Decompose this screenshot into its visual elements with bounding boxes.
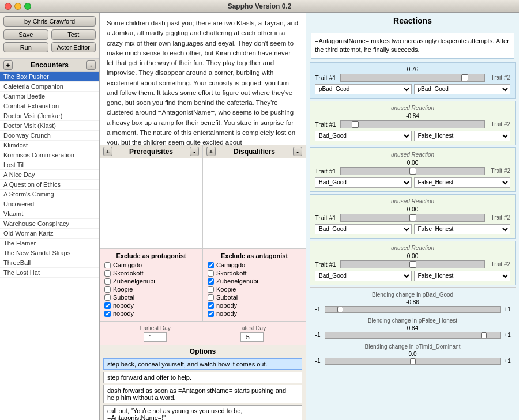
exclude-antagonist-checkbox[interactable]: [208, 270, 214, 277]
trait2-select[interactable]: False_Honest: [414, 177, 511, 188]
encounter-item[interactable]: Klimdost: [0, 141, 99, 150]
encounter-item[interactable]: Warehouse Conspiracy: [0, 219, 99, 229]
trait2-select[interactable]: False_Honest: [414, 271, 511, 281]
by-author-button[interactable]: by Chris Crawford: [3, 16, 96, 27]
encounters-title: Encounters: [31, 61, 69, 69]
exclude-protagonist-checkbox[interactable]: [104, 262, 111, 268]
trait2-select[interactable]: pBad_Good: [414, 84, 511, 94]
remove-prereq-button[interactable]: -: [190, 147, 199, 156]
blending-max-label: +1: [503, 306, 512, 312]
remove-encounter-button[interactable]: -: [86, 60, 96, 70]
exclude-antagonist-checkbox[interactable]: [208, 302, 214, 309]
option-item[interactable]: step back, conceal yourself, and watch h…: [103, 358, 302, 370]
remove-disq-button[interactable]: -: [293, 147, 302, 156]
maximize-button[interactable]: [24, 3, 31, 10]
reaction-unused-label: unused Reaction: [315, 152, 510, 158]
latest-day-input[interactable]: [240, 332, 264, 342]
trait1-label: Trait #1: [315, 168, 338, 175]
trait2-label: Trait #2: [487, 261, 510, 267]
encounter-item[interactable]: Uncovered: [0, 199, 99, 209]
exclude-antagonist-col: Exclude as antagonist CamiggdoSkordokott…: [203, 249, 306, 321]
trait-select-row: pBad_GoodpBad_Good: [315, 84, 510, 94]
exclude-antagonist-item: Subotai: [208, 294, 301, 301]
encounter-item[interactable]: Doctor Visit (Jomkar): [0, 111, 99, 121]
encounter-item[interactable]: Kormisos Commiseration: [0, 150, 99, 160]
add-prereq-button[interactable]: +: [103, 147, 112, 156]
blending-slider[interactable]: [325, 306, 501, 313]
actor-editor-button[interactable]: Actor Editor: [51, 42, 96, 52]
reaction-description: =AntagonistName= makes two increasingly …: [311, 33, 514, 59]
blending-slider[interactable]: [325, 358, 501, 365]
encounter-item[interactable]: A Nice Day: [0, 170, 99, 180]
blending-name-label: Blending change in pFalse_Honest: [313, 317, 512, 324]
add-encounter-button[interactable]: +: [3, 60, 13, 70]
encounter-item[interactable]: Cafeteria Companion: [0, 82, 99, 92]
exclude-antagonist-checkbox[interactable]: [208, 294, 214, 301]
reaction-unused-label: unused Reaction: [315, 105, 510, 111]
earliest-day-input[interactable]: [144, 332, 167, 342]
trait1-select[interactable]: Bad_Good: [315, 271, 412, 281]
encounter-item[interactable]: Combat Exhaustion: [0, 101, 99, 111]
trait2-label: Trait #2: [487, 214, 510, 221]
trait2-select[interactable]: False_Honest: [414, 131, 511, 141]
add-disq-button[interactable]: +: [206, 147, 216, 156]
encounter-item[interactable]: The New Sandal Straps: [0, 248, 99, 258]
option-item[interactable]: call out, "You're not as young as you us…: [103, 405, 302, 420]
exclude-protagonist-checkbox[interactable]: [104, 311, 111, 317]
reaction-slider[interactable]: [340, 214, 485, 222]
reaction-slider[interactable]: [340, 260, 485, 268]
reaction-slider[interactable]: [340, 167, 485, 175]
trait1-select[interactable]: Bad_Good: [315, 177, 412, 188]
exclude-protagonist-checkbox[interactable]: [104, 302, 111, 309]
exclude-protagonist-col: Exclude as protagonist CamiggdoSkordokot…: [100, 249, 203, 321]
trait1-select[interactable]: pBad_Good: [315, 84, 412, 94]
encounter-item[interactable]: ThreeBall: [0, 258, 99, 268]
exclude-antagonist-checkbox[interactable]: [208, 262, 214, 268]
encounter-item[interactable]: The Lost Hat: [0, 268, 99, 278]
encounter-item[interactable]: The Box Pusher: [0, 72, 99, 82]
exclude-protagonist-checkbox[interactable]: [104, 294, 111, 301]
reaction-slider-value: 0.00: [315, 206, 510, 213]
story-text: Some children dash past you; there are t…: [100, 13, 306, 145]
encounter-item[interactable]: A Storm's Coming: [0, 190, 99, 199]
encounter-item[interactable]: Carimbi Beetle: [0, 92, 99, 101]
encounter-item[interactable]: Old Woman Kartz: [0, 229, 99, 239]
exclude-protagonist-name: Zubenelgenubi: [113, 278, 155, 285]
reaction-unused-label: unused Reaction: [315, 198, 510, 205]
exclude-protagonist-name: nobody: [113, 302, 134, 309]
blending-slider[interactable]: [325, 332, 501, 339]
exclude-antagonist-checkbox[interactable]: [208, 311, 214, 317]
traffic-lights: [5, 3, 31, 10]
minimize-button[interactable]: [14, 3, 21, 10]
exclude-protagonist-list: CamiggdoSkordokottZubenelgenubiKoopieSub…: [104, 262, 198, 317]
encounter-item[interactable]: Doorway Crunch: [0, 131, 99, 141]
save-button[interactable]: Save: [3, 29, 48, 40]
exclude-protagonist-checkbox[interactable]: [104, 278, 111, 285]
trait1-select[interactable]: Bad_Good: [315, 224, 412, 234]
reaction-slider-row: Trait #1Trait #2: [315, 167, 510, 175]
trait-select-row: Bad_GoodFalse_Honest: [315, 271, 510, 281]
exclude-antagonist-checkbox[interactable]: [208, 286, 214, 293]
option-item[interactable]: dash forward as soon as =AntagonistName=…: [103, 385, 302, 403]
trait1-select[interactable]: Bad_Good: [315, 131, 412, 141]
encounter-item[interactable]: Doctor Visit (Klast): [0, 121, 99, 131]
encounter-item[interactable]: Vlaamt: [0, 209, 99, 219]
encounter-item[interactable]: The Flamer: [0, 239, 99, 248]
close-button[interactable]: [5, 3, 12, 10]
exclude-protagonist-checkbox[interactable]: [104, 286, 111, 293]
reaction-slider[interactable]: [340, 120, 485, 128]
option-item[interactable]: step forward and offer to help.: [103, 372, 302, 383]
reaction-block: 0.76Trait #1Trait #2pBad_GoodpBad_Good: [310, 62, 516, 99]
test-button[interactable]: Test: [51, 29, 96, 40]
options-list: step back, conceal yourself, and watch h…: [103, 358, 302, 420]
blending-row: Blending change in pFalse_Honest0.84-1+1: [313, 317, 512, 339]
exclude-antagonist-checkbox[interactable]: [208, 278, 214, 285]
trait2-select[interactable]: False_Honest: [414, 224, 511, 234]
encounter-item[interactable]: Lost Til: [0, 160, 99, 170]
exclude-protagonist-checkbox[interactable]: [104, 270, 111, 277]
run-button[interactable]: Run: [3, 42, 48, 52]
blending-max-label: +1: [503, 332, 512, 338]
exclude-antagonist-name: nobody: [216, 302, 237, 309]
reaction-slider[interactable]: [340, 74, 485, 82]
encounter-item[interactable]: A Question of Ethics: [0, 180, 99, 190]
